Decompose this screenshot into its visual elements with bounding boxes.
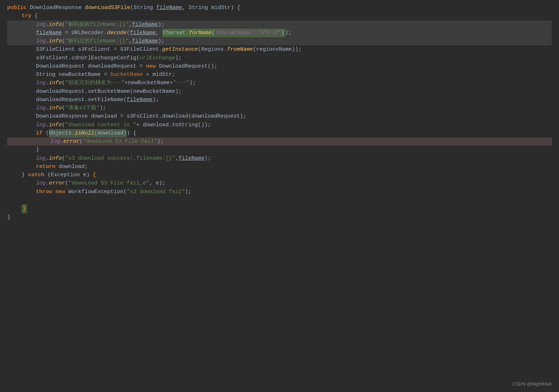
code-line-16: if (Objects.isNull(download)) { [7,129,552,137]
keyword-public: public [7,4,27,12]
code-line-7: s3FsClient.cdnUrlExchangeConfig(urlExcha… [7,54,552,62]
code-line-13: log.info("准备s3下载"); [7,104,552,112]
code-line-2: try { [7,12,552,20]
code-line-5: log.info("解码后的fileName:{}",fileName); [7,37,552,45]
code-line-6: S3FileClient s3FsClient = S3FileClient.g… [7,45,552,54]
method-name: downLoadS3File [85,4,130,12]
code-line-3: log.info("解码前的fileName:{}",fileName); [7,20,552,29]
code-line-8: DownloadRequest downloadRequest = new Do… [7,62,552,70]
code-line-18: } [7,146,552,154]
code-line-12: downloadRequest.setFileName(fileName); [7,96,552,104]
code-line-1: public DownloadResponse downLoadS3File(S… [7,4,552,12]
code-line-26: } [7,213,552,222]
code-line-24 [7,196,552,204]
code-line-10: log.info("组装完后的桶名为---"+newBucketName+"--… [7,79,552,87]
code-line-23: throw new WorkflowException("s3 download… [7,188,552,196]
code-line-22: log.error("downLoad S3 File fail,e", e); [7,179,552,187]
return-type: DownloadResponse [30,4,82,12]
code-line-15: log.info("download content is "+ downloa… [7,121,552,129]
code-line-20: return download; [7,163,552,171]
code-line-19: log.info("s3 download success!,filename:… [7,154,552,163]
watermark-text: CSDN @NightHulk [512,380,552,388]
code-line-17: log.error("downLoad S3 File fail"); [7,137,552,146]
code-line-9: String newBucketName = bucketName + midS… [7,70,552,79]
code-line-25: } [7,204,552,213]
code-line-21: } catch (Exception e) { [7,171,552,179]
code-line-14: DownloadResponse download = s3FsClient.d… [7,112,552,120]
code-block: public DownloadResponse downLoadS3File(S… [0,0,559,233]
code-line-4: fileName = URLDecoder.decode(fileName, C… [7,29,552,37]
code-line-11: downloadRequest.setBucketName(newBucketN… [7,87,552,96]
